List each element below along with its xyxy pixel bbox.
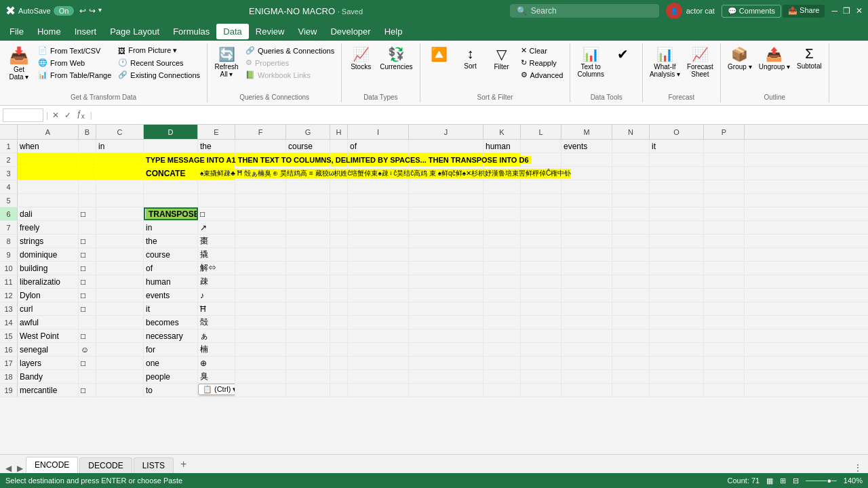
page-layout-view-button[interactable]: ⊞ [780, 476, 786, 485]
cell-a13[interactable]: curl [18, 302, 79, 315]
menu-insert[interactable]: Insert [68, 24, 104, 39]
cell-j11[interactable] [409, 275, 484, 288]
cell-c9[interactable] [96, 248, 144, 261]
cell-k16[interactable] [484, 343, 521, 356]
cell-j14[interactable] [409, 316, 484, 329]
cell-m16[interactable] [561, 343, 612, 356]
cell-g6[interactable] [286, 207, 330, 220]
cell-a16[interactable]: senegal [18, 343, 79, 356]
cell-f19[interactable] [235, 384, 286, 396]
cell-o4[interactable] [650, 180, 704, 193]
cell-d17[interactable]: one [144, 357, 198, 369]
cell-l7[interactable] [521, 221, 561, 234]
cell-b6[interactable]: □ [79, 207, 96, 220]
cell-p10[interactable] [704, 262, 745, 274]
cell-f15[interactable] [235, 329, 286, 342]
col-header-e[interactable]: E [198, 125, 235, 140]
cell-o11[interactable] [650, 275, 704, 288]
cell-l18[interactable] [521, 370, 561, 383]
redo-button[interactable]: ↪ [89, 6, 96, 16]
cell-o6[interactable] [650, 207, 704, 220]
cell-o2[interactable] [650, 153, 704, 166]
cell-i1[interactable]: of [348, 140, 409, 152]
cell-j4[interactable] [409, 180, 484, 193]
cell-b10[interactable]: □ [79, 262, 96, 274]
cell-c1[interactable]: in [96, 140, 144, 152]
cell-d10[interactable]: of [144, 262, 198, 274]
cell-d14[interactable]: becomes [144, 316, 198, 329]
cell-g8[interactable] [286, 235, 330, 247]
cell-n6[interactable] [612, 207, 650, 220]
zoom-slider[interactable]: ────●─ [806, 476, 837, 485]
row-header-15[interactable]: 15 [0, 329, 18, 342]
menu-help[interactable]: Help [378, 24, 410, 39]
cell-c13[interactable] [96, 302, 144, 315]
cell-a18[interactable]: Bandy [18, 370, 79, 383]
row-header-7[interactable]: 7 [0, 221, 18, 234]
cell-p9[interactable] [704, 248, 745, 261]
menu-data[interactable]: Data [216, 24, 248, 39]
cell-i19[interactable] [348, 384, 409, 396]
cell-h16[interactable] [330, 343, 348, 356]
formula-input[interactable]: when [96, 109, 865, 121]
cell-m4[interactable] [561, 180, 612, 193]
what-if-analysis-button[interactable]: 📊 What-IfAnalysis ▾ [647, 45, 683, 79]
clear-button[interactable]: ✕Clear [518, 45, 566, 56]
row-header-10[interactable]: 10 [0, 262, 18, 274]
cell-n10[interactable] [612, 262, 650, 274]
cell-e15[interactable]: ぁ [198, 329, 235, 342]
cell-c19[interactable] [96, 384, 144, 396]
cell-o15[interactable] [650, 329, 704, 342]
add-sheet-button[interactable]: + [175, 455, 192, 473]
cell-c12[interactable] [96, 289, 144, 302]
cell-m7[interactable] [561, 221, 612, 234]
row-header-8[interactable]: 8 [0, 235, 18, 247]
cell-k19[interactable] [484, 384, 521, 396]
cell-d16[interactable]: for [144, 343, 198, 356]
row-header-11[interactable]: 11 [0, 275, 18, 288]
sheet-nav-left[interactable]: ◀ [3, 464, 14, 473]
cell-i8[interactable] [348, 235, 409, 247]
cell-p18[interactable] [704, 370, 745, 383]
cell-d15[interactable]: necessary [144, 329, 198, 342]
cell-a4[interactable] [18, 180, 79, 193]
cell-e1[interactable]: the [198, 140, 235, 152]
cell-g18[interactable] [286, 370, 330, 383]
cell-c10[interactable] [96, 262, 144, 274]
cell-i15[interactable] [348, 329, 409, 342]
cell-h11[interactable] [330, 275, 348, 288]
cell-f5[interactable] [235, 194, 286, 207]
cell-o17[interactable] [650, 357, 704, 369]
cell-c7[interactable] [96, 221, 144, 234]
group-button[interactable]: 📦 Group ▾ [725, 45, 755, 72]
cell-i6[interactable] [348, 207, 409, 220]
user-avatar[interactable]: 👤 [666, 3, 682, 19]
cell-n4[interactable] [612, 180, 650, 193]
cell-b14[interactable] [79, 316, 96, 329]
cell-k9[interactable] [484, 248, 521, 261]
row-header-4[interactable]: 4 [0, 180, 18, 193]
cell-e7[interactable]: ↗ [198, 221, 235, 234]
cell-n16[interactable] [612, 343, 650, 356]
sheet-tab-lists[interactable]: LISTS [134, 458, 174, 473]
cell-b9[interactable]: □ [79, 248, 96, 261]
cell-n9[interactable] [612, 248, 650, 261]
cell-o10[interactable] [650, 262, 704, 274]
col-header-j[interactable]: J [409, 125, 484, 140]
cell-o18[interactable] [650, 370, 704, 383]
cell-e4[interactable] [198, 180, 235, 193]
cell-g11[interactable] [286, 275, 330, 288]
cell-f14[interactable] [235, 316, 286, 329]
cell-p14[interactable] [704, 316, 745, 329]
cell-b11[interactable]: □ [79, 275, 96, 288]
cell-g19[interactable] [286, 384, 330, 396]
cell-i10[interactable] [348, 262, 409, 274]
data-validation-button[interactable]: ✔ [608, 45, 638, 64]
cell-h10[interactable] [330, 262, 348, 274]
cell-j15[interactable] [409, 329, 484, 342]
cell-f6[interactable] [235, 207, 286, 220]
sheet-nav-right[interactable]: ▶ [14, 464, 26, 473]
cell-m19[interactable] [561, 384, 612, 396]
grid-scroll[interactable]: 1 when in the course of human events it [0, 140, 868, 454]
paste-hint[interactable]: 📋 (Ctrl) ▾ [198, 384, 235, 395]
